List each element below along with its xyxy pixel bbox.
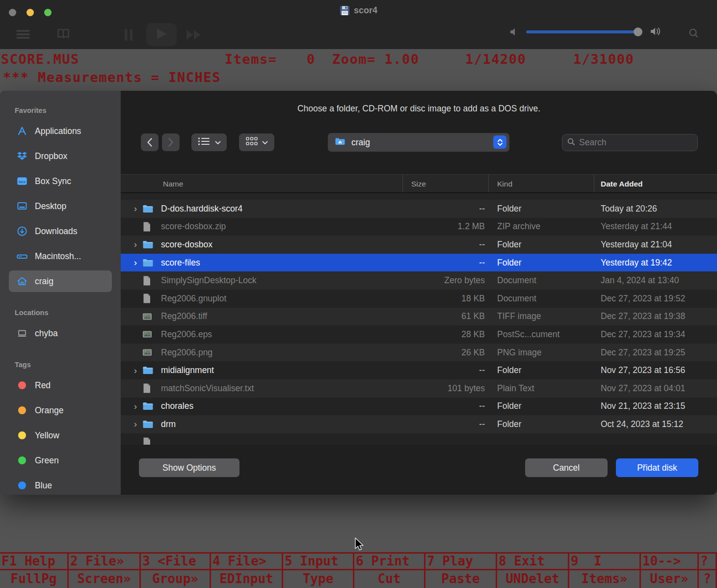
- sidebar-item-craig[interactable]: craig: [9, 270, 112, 292]
- disclosure-chevron-icon[interactable]: ›: [131, 203, 140, 214]
- file-date-added: Dec 27, 2023 at 19:38: [601, 311, 717, 321]
- boxsync-icon: box: [16, 175, 28, 187]
- sidebar-item-downloads[interactable]: Downloads: [9, 220, 112, 242]
- fn-key-10-top[interactable]: 10-->: [641, 554, 699, 570]
- file-kind: Document: [497, 275, 594, 286]
- dos-ratio-2: 1/31000: [573, 52, 634, 67]
- fn-key-8-bot[interactable]: UNDelet: [497, 570, 569, 588]
- sidebar-item-applications[interactable]: Applications: [9, 120, 112, 142]
- sidebar-item-macintosh-[interactable]: Macintosh...: [9, 245, 112, 267]
- menu-hamburger-icon[interactable]: [16, 28, 30, 42]
- show-options-button[interactable]: Show Options: [139, 458, 239, 477]
- column-header-date-added[interactable]: Date Added: [601, 175, 643, 193]
- back-button[interactable]: [141, 134, 159, 151]
- volume-slider-knob[interactable]: [634, 27, 642, 36]
- column-divider[interactable]: [488, 175, 489, 192]
- table-row[interactable]: › drm -- Folder Oct 24, 2023 at 15:12: [121, 415, 717, 433]
- sidebar-item-desktop[interactable]: Desktop: [9, 195, 112, 217]
- disclosure-chevron-icon[interactable]: ›: [131, 419, 140, 429]
- fn-key-3-bot[interactable]: Group»: [141, 570, 211, 588]
- fn-key-6-top[interactable]: 6 Print: [354, 554, 425, 570]
- disclosure-chevron-icon[interactable]: ›: [131, 239, 140, 250]
- fn-key-2-top[interactable]: 2 File»: [69, 554, 141, 570]
- search-field[interactable]: [562, 134, 698, 151]
- fn-key-9-top[interactable]: 9 I: [569, 554, 641, 570]
- fn-key-5-bot[interactable]: Type: [283, 570, 354, 588]
- column-divider[interactable]: [402, 175, 403, 192]
- fn-key-8-top[interactable]: 8 Exit: [497, 554, 569, 570]
- sidebar-tag-orange[interactable]: Orange: [9, 400, 112, 421]
- folder-icon: [142, 258, 154, 267]
- file-list: › D-dos.harddisk-scor4 -- Folder Today a…: [121, 193, 717, 445]
- sidebar-tag-yellow[interactable]: Yellow: [9, 425, 112, 446]
- search-input[interactable]: [579, 137, 682, 148]
- table-row[interactable]: › chorales -- Folder Nov 21, 2023 at 23:…: [121, 398, 717, 416]
- fn-key-4-bot[interactable]: EDInput: [211, 570, 283, 588]
- fn-key-1-top[interactable]: F1 Help: [0, 554, 69, 570]
- magnifier-icon[interactable]: [688, 27, 700, 41]
- table-row[interactable]: › score-files -- Folder Yesterday at 19:…: [121, 254, 717, 272]
- fn-key-11-top[interactable]: ?: [699, 554, 717, 570]
- folder-popup-button[interactable]: craig: [328, 133, 509, 152]
- disclosure-chevron-icon[interactable]: ›: [131, 257, 140, 268]
- volume-high-icon[interactable]: [650, 26, 664, 39]
- group-view-button[interactable]: [239, 134, 274, 151]
- volume-slider[interactable]: [526, 30, 642, 33]
- pause-icon[interactable]: [124, 27, 133, 44]
- file-date-added: Yesterday at 21:04: [601, 240, 717, 250]
- play-button[interactable]: [146, 23, 177, 46]
- column-header-name[interactable]: Name: [163, 175, 183, 193]
- sidebar-item-dropbox[interactable]: Dropbox: [9, 145, 112, 167]
- file-size: 61 KB: [411, 311, 485, 321]
- table-row[interactable]: › matchSonicVisualiser.txt 101 bytes Pla…: [121, 379, 717, 398]
- cancel-button[interactable]: Cancel: [525, 458, 608, 477]
- fast-forward-icon[interactable]: [186, 28, 202, 43]
- file-kind: Folder: [497, 365, 594, 375]
- sidebar-item-box-sync[interactable]: box Box Sync: [9, 170, 112, 192]
- fn-key-2-bot[interactable]: Screen»: [69, 570, 141, 588]
- popup-stepper-icon[interactable]: [493, 135, 506, 149]
- tag-label: Blue: [35, 481, 52, 491]
- add-disk-button[interactable]: Přidat disk: [616, 458, 698, 477]
- fn-key-6-bot[interactable]: Cut: [354, 570, 425, 588]
- table-row[interactable]: › Reg2006.png 26 KB PNG image Dec 27, 20…: [121, 344, 717, 362]
- volume-low-icon[interactable]: [509, 27, 518, 39]
- disclosure-chevron-icon[interactable]: ›: [131, 365, 140, 376]
- table-row[interactable]: › SimplySignDesktop-Lock Zero bytes Docu…: [121, 271, 717, 290]
- table-row[interactable]: › Reg2006.eps 28 KB PostSc...cument Dec …: [121, 325, 717, 344]
- fn-key-4-top[interactable]: 4 File>: [211, 554, 283, 570]
- table-row[interactable]: › midialignment -- Folder Nov 27, 2023 a…: [121, 361, 717, 379]
- fn-key-11-bot[interactable]: ?: [699, 570, 717, 588]
- table-row[interactable]: ›: [121, 433, 717, 445]
- table-row[interactable]: › score-dosbox -- Folder Yesterday at 21…: [121, 236, 717, 254]
- sidebar-tag-red[interactable]: Red: [9, 374, 112, 396]
- table-row[interactable]: › D-dos.harddisk-scor4 -- Folder Today a…: [121, 200, 717, 218]
- disclosure-chevron-icon[interactable]: ›: [131, 401, 140, 412]
- column-header-kind[interactable]: Kind: [497, 175, 512, 193]
- dos-items-value: 0: [307, 52, 316, 67]
- book-icon[interactable]: [56, 27, 71, 42]
- file-name: Reg2006.png: [154, 347, 411, 358]
- folder-icon: [142, 401, 154, 411]
- sidebar-item-chyba[interactable]: chyba: [9, 322, 112, 344]
- forward-button[interactable]: [162, 134, 180, 151]
- table-row[interactable]: › Reg2006.gnuplot 18 KB Document Dec 27,…: [121, 290, 717, 308]
- sidebar-item-label: chyba: [35, 328, 58, 339]
- fn-key-7-bot[interactable]: Paste: [425, 570, 497, 588]
- fn-key-10-bot[interactable]: User»: [641, 570, 699, 588]
- fn-key-5-top[interactable]: 5 Input: [283, 554, 354, 570]
- sidebar-tag-green[interactable]: Green: [9, 450, 112, 471]
- fn-key-7-top[interactable]: 7 Play: [425, 554, 497, 570]
- sidebar-item-label: Box Sync: [35, 176, 71, 187]
- table-row[interactable]: › Reg2006.tiff 61 KB TIFF image Dec 27, …: [121, 308, 717, 326]
- column-header-size[interactable]: Size: [411, 175, 426, 193]
- sidebar-tag-blue[interactable]: Blue: [9, 475, 112, 495]
- column-divider[interactable]: [594, 175, 594, 192]
- fn-key-3-top[interactable]: 3 <File: [141, 554, 211, 570]
- table-row[interactable]: › score-dosbox.zip 1.2 MB ZIP archive Ye…: [121, 218, 717, 236]
- fn-key-9-bot[interactable]: Items»: [569, 570, 641, 588]
- fn-key-1-bot[interactable]: FullPg: [0, 570, 69, 588]
- window-title: scor4: [0, 5, 717, 16]
- mouse-cursor: [354, 537, 367, 554]
- list-view-button[interactable]: [191, 134, 227, 151]
